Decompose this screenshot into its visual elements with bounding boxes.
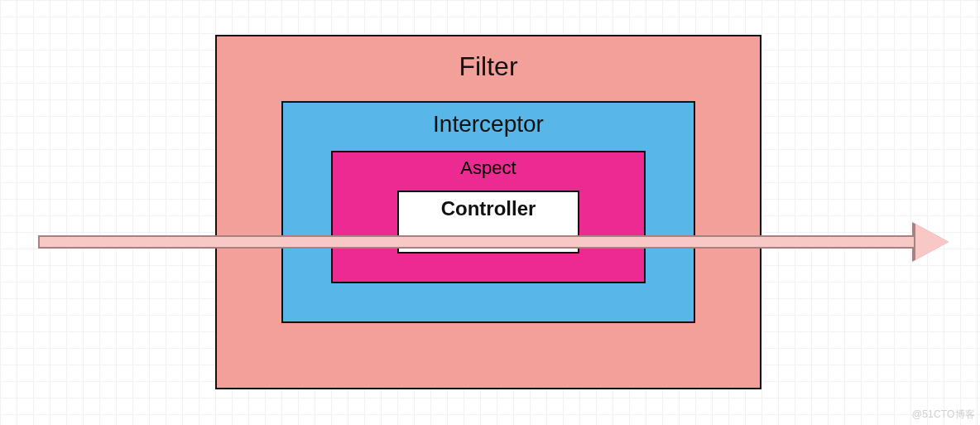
arrow-head-icon <box>915 224 949 260</box>
interceptor-label: Interceptor <box>283 111 694 138</box>
controller-layer-box: Controller <box>397 191 579 254</box>
aspect-label: Aspect <box>333 157 644 179</box>
filter-label: Filter <box>217 51 760 82</box>
diagram-canvas: Filter Interceptor Aspect Controller @51… <box>0 0 980 425</box>
controller-label: Controller <box>399 197 578 220</box>
watermark-text: @51CTO博客 <box>912 408 975 422</box>
